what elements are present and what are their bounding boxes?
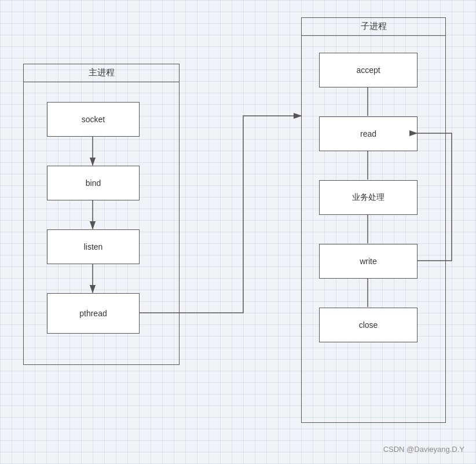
main-process-title: 主进程 bbox=[23, 64, 180, 82]
write-box: write bbox=[319, 244, 418, 279]
socket-box: socket bbox=[47, 102, 140, 137]
diagram-container: 主进程 socket bind listen pthread 子进程 accep… bbox=[0, 0, 476, 464]
close-box: close bbox=[319, 308, 418, 342]
child-process-box: 子进程 accept read 业务处理 write close bbox=[301, 17, 446, 423]
child-process-title: 子进程 bbox=[301, 17, 446, 36]
business-box: 业务处理 bbox=[319, 180, 418, 215]
bind-box: bind bbox=[47, 166, 140, 200]
accept-box: accept bbox=[319, 53, 418, 87]
listen-box: listen bbox=[47, 229, 140, 264]
main-process-box: 主进程 socket bind listen pthread bbox=[23, 64, 180, 365]
read-box: read bbox=[319, 116, 418, 151]
watermark: CSDN @Davieyang.D.Y bbox=[383, 445, 464, 454]
pthread-box: pthread bbox=[47, 293, 140, 334]
